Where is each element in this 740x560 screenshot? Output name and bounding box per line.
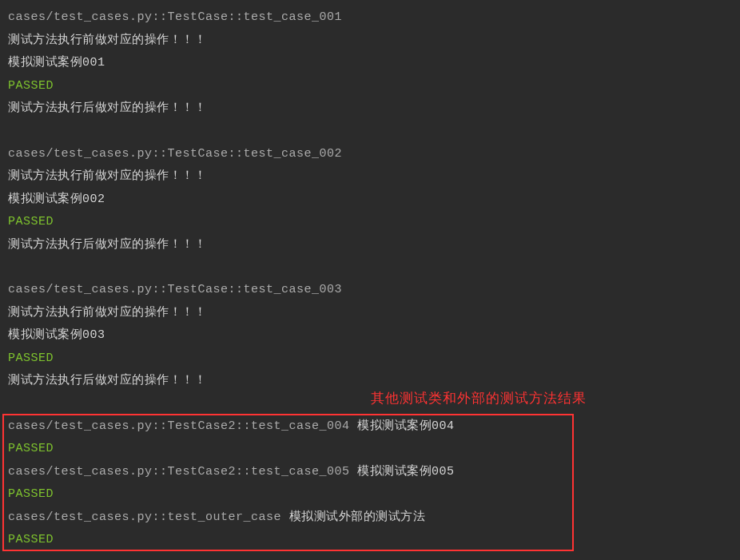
test-simulate: 模拟测试案例001: [8, 52, 732, 75]
test-row: cases/test_cases.py::TestCase2::test_cas…: [8, 461, 732, 484]
test-status: PASSED: [8, 438, 732, 461]
test-path: cases/test_cases.py::TestCase::test_case…: [8, 143, 732, 166]
test-after-hook: 测试方法执行后做对应的操作！！！: [8, 234, 732, 257]
test-simulate: 模拟测试外部的测试方法: [289, 510, 426, 524]
test-before-hook: 测试方法执行前做对应的操作！！！: [8, 302, 732, 325]
terminal-output: cases/test_cases.py::TestCase::test_case…: [8, 6, 732, 552]
test-path: cases/test_cases.py::test_outer_case: [8, 510, 289, 524]
test-status: PASSED: [8, 75, 732, 98]
annotation-label: 其他测试类和外部的测试方法结果: [371, 386, 587, 411]
test-status: PASSED: [8, 348, 732, 371]
test-after-hook: 测试方法执行后做对应的操作！！！: [8, 97, 732, 121]
test-row: cases/test_cases.py::test_outer_case 模拟测…: [8, 506, 732, 530]
test-path: cases/test_cases.py::TestCase2::test_cas…: [8, 465, 357, 479]
test-simulate: 模拟测试案例003: [8, 324, 732, 348]
test-status: PASSED: [8, 483, 732, 506]
test-before-hook: 测试方法执行前做对应的操作！！！: [8, 30, 732, 53]
blank-line: [8, 256, 732, 279]
test-row: cases/test_cases.py::TestCase2::test_cas…: [8, 415, 732, 439]
test-simulate: 模拟测试案例002: [8, 189, 732, 212]
test-status: PASSED: [8, 211, 732, 234]
test-after-hook: 测试方法执行后做对应的操作！！！: [8, 370, 732, 393]
test-status: PASSED: [8, 529, 732, 552]
test-simulate: 模拟测试案例004: [357, 419, 455, 433]
blank-line: [8, 121, 732, 143]
test-before-hook: 测试方法执行前做对应的操作！！！: [8, 165, 732, 189]
test-path: cases/test_cases.py::TestCase::test_case…: [8, 279, 732, 302]
test-path: cases/test_cases.py::TestCase::test_case…: [8, 6, 732, 30]
test-simulate: 模拟测试案例005: [357, 465, 455, 479]
test-path: cases/test_cases.py::TestCase2::test_cas…: [8, 419, 357, 433]
blank-line: [8, 393, 732, 415]
